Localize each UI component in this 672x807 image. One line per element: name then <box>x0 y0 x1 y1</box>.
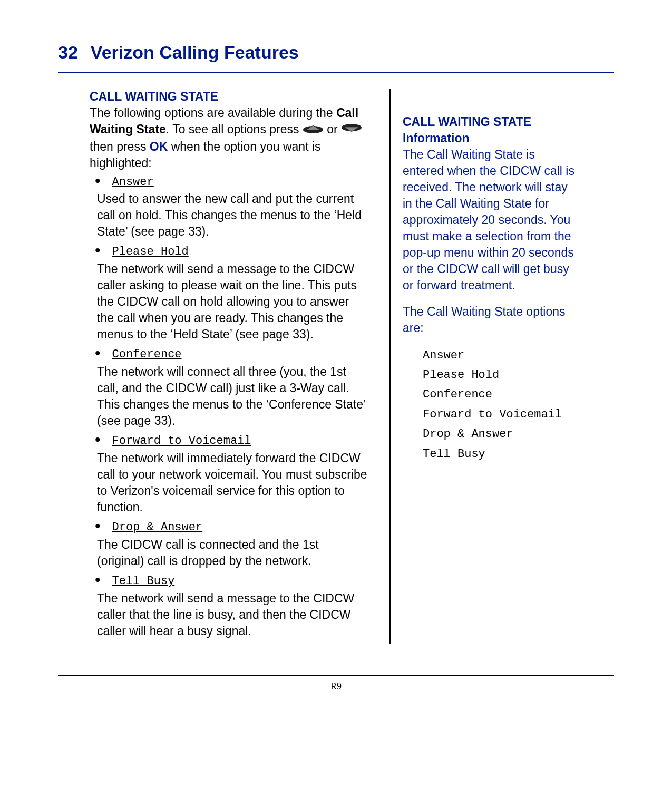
main-column: CALL WAITING STATE The following options… <box>90 89 382 644</box>
sidebar-options-list: Answer Please Hold Conference Forward to… <box>403 346 577 464</box>
footer-divider <box>58 675 614 676</box>
sidebar-list-item: Forward to Voicemail <box>423 405 577 424</box>
sidebar-paragraph-2: The Call Waiting State options are: <box>403 304 577 336</box>
option-description: The CIDCW call is connected and the 1st … <box>97 537 369 569</box>
option-description: The network will immediately forward the… <box>97 450 369 516</box>
option-label: Conference <box>112 347 182 363</box>
option-description: The network will send a message to the C… <box>97 261 369 343</box>
page-header: 32 Verizon Calling Features <box>58 42 614 63</box>
header-divider <box>58 72 614 73</box>
sidebar-list-item: Tell Busy <box>423 444 577 464</box>
option-label: Answer <box>112 174 154 190</box>
sidebar-list-item: Conference <box>423 385 577 404</box>
footer-label: R9 <box>58 681 614 692</box>
intro-text-2: . To see all options press <box>166 122 303 136</box>
option-answer: • Answer Used to answer the new call and… <box>90 174 369 240</box>
page-number: 32 <box>58 42 78 63</box>
option-drop-answer: • Drop & Answer The CIDCW call is connec… <box>90 520 369 569</box>
option-description: Used to answer the new call and put the … <box>97 191 369 240</box>
option-description: The network will connect all three (you,… <box>97 364 369 429</box>
sidebar-list-item: Answer <box>423 346 577 365</box>
section-heading: CALL WAITING STATE <box>90 89 369 105</box>
bullet-icon: • <box>95 520 101 532</box>
option-label: Drop & Answer <box>112 520 203 536</box>
option-conference: • Conference The network will connect al… <box>90 347 369 429</box>
intro-or: or <box>324 122 341 136</box>
sidebar-heading: CALL WAITING STATE Information <box>403 114 577 147</box>
option-label: Tell Busy <box>112 573 175 589</box>
intro-paragraph: The following options are available duri… <box>90 105 369 171</box>
option-tell-busy: • Tell Busy The network will send a mess… <box>90 573 369 639</box>
bullet-icon: • <box>95 347 101 359</box>
ok-label: OK <box>150 140 168 153</box>
option-description: The network will send a message to the C… <box>97 590 369 639</box>
option-label: Forward to Voicemail <box>112 433 251 449</box>
option-please-hold: • Please Hold The network will send a me… <box>90 244 369 343</box>
arrow-down-icon <box>341 122 362 138</box>
sidebar-column: CALL WAITING STATE Information The Call … <box>398 89 577 644</box>
intro-text-1: The following options are available duri… <box>90 106 336 120</box>
sidebar-list-item: Please Hold <box>423 365 577 385</box>
bullet-icon: • <box>95 244 101 257</box>
arrow-up-icon <box>303 122 324 138</box>
sidebar-list-item: Drop & Answer <box>423 424 577 444</box>
page-title: Verizon Calling Features <box>91 42 299 63</box>
option-label: Please Hold <box>112 244 189 260</box>
bullet-icon: • <box>95 573 101 586</box>
bullet-icon: • <box>95 174 101 187</box>
option-forward-voicemail: • Forward to Voicemail The network will … <box>90 433 369 516</box>
column-divider <box>389 89 391 644</box>
intro-text-3: then press <box>90 140 150 153</box>
sidebar-paragraph-1: The Call Waiting State is entered when t… <box>403 147 577 294</box>
bullet-icon: • <box>95 433 101 446</box>
